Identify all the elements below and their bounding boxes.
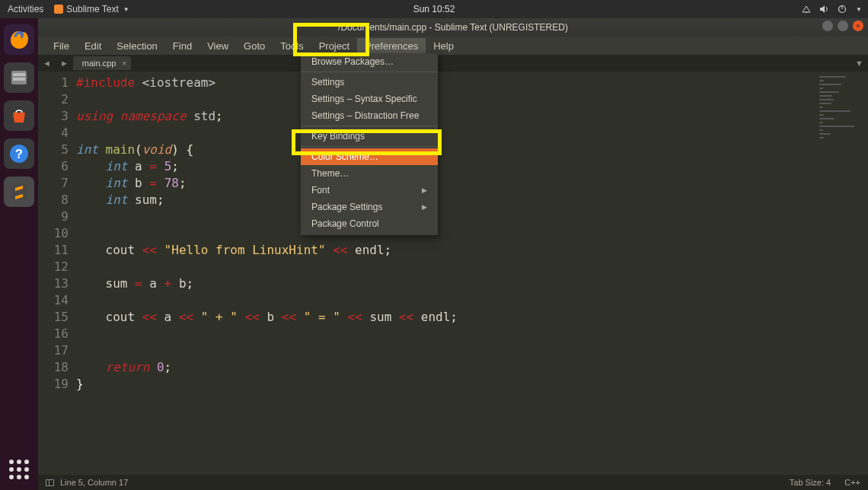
preferences-menu: Browse Packages…SettingsSettings – Synta… — [301, 53, 438, 235]
power-icon[interactable] — [838, 5, 847, 14]
network-icon[interactable] — [801, 5, 812, 14]
line-number: 15 — [38, 309, 76, 326]
menu-item-label: Package Control — [311, 218, 379, 229]
activities-button[interactable]: Activities — [8, 4, 43, 14]
menu-separator — [301, 126, 438, 126]
files-launcher[interactable] — [4, 62, 34, 93]
menu-tools[interactable]: Tools — [273, 38, 311, 54]
menu-item-settings-syntax-specific[interactable]: Settings – Syntax Specific — [301, 91, 438, 107]
tab-main-cpp[interactable]: main.cpp × — [73, 56, 132, 70]
svg-text:?: ? — [15, 148, 23, 161]
app-menu[interactable]: Sublime Text ▼ — [54, 4, 129, 14]
menu-find[interactable]: Find — [165, 38, 199, 54]
menu-help[interactable]: Help — [426, 38, 461, 54]
line-number: 2 — [38, 91, 76, 108]
code-line — [76, 342, 458, 359]
menu-item-font[interactable]: Font▶ — [301, 182, 438, 199]
line-number: 10 — [38, 225, 76, 242]
panel-switch-icon[interactable] — [46, 479, 54, 486]
menu-file[interactable]: File — [46, 38, 77, 54]
tab-dropdown-button[interactable]: ▼ — [855, 59, 863, 68]
maximize-button[interactable] — [838, 21, 848, 31]
line-number: 1 — [38, 75, 76, 91]
line-number: 6 — [38, 158, 76, 175]
launcher-dock: ? — [0, 18, 38, 490]
sound-icon[interactable] — [819, 5, 830, 14]
statusbar: Line 5, Column 17 Tab Size: 4 C++ — [38, 475, 868, 490]
line-number: 4 — [38, 125, 76, 142]
code-line: cout << "Hello from LinuxHint" << endl; — [76, 242, 458, 259]
svg-point-0 — [806, 11, 807, 13]
software-launcher[interactable] — [4, 100, 34, 131]
line-number: 5 — [38, 142, 76, 158]
line-number: 12 — [38, 259, 76, 275]
line-number: 18 — [38, 359, 76, 376]
code-line: return 0; — [76, 359, 458, 376]
syntax-button[interactable]: C++ — [844, 478, 860, 487]
firefox-launcher[interactable] — [4, 24, 34, 55]
line-number: 17 — [38, 342, 76, 359]
menu-item-label: Color Scheme… — [311, 151, 378, 162]
line-number: 8 — [38, 192, 76, 208]
close-icon[interactable]: × — [122, 59, 126, 68]
tab-back-button[interactable]: ◄ — [38, 59, 56, 68]
svg-rect-5 — [13, 73, 25, 76]
tabbar: ◄ ► main.cpp × ▼ — [38, 55, 868, 72]
svg-rect-6 — [13, 78, 25, 81]
gnome-panel: Activities Sublime Text ▼ Sun 10:52 ▼ — [0, 0, 868, 18]
menu-selection[interactable]: Selection — [109, 38, 164, 54]
menu-item-package-settings[interactable]: Package Settings▶ — [301, 199, 438, 215]
menu-item-label: Settings – Syntax Specific — [311, 94, 417, 104]
submenu-arrow-icon: ▶ — [422, 186, 427, 194]
show-apps-button[interactable] — [9, 460, 29, 479]
code-line — [76, 292, 458, 309]
menu-item-settings-distraction-free[interactable]: Settings – Distraction Free — [301, 107, 438, 124]
menu-item-browse-packages[interactable]: Browse Packages… — [301, 53, 438, 70]
menu-item-color-scheme[interactable]: Color Scheme… — [301, 148, 438, 165]
menu-item-key-bindings[interactable]: Key Bindings — [301, 128, 438, 145]
menu-goto[interactable]: Goto — [236, 38, 273, 54]
tab-label: main.cpp — [82, 59, 116, 68]
menu-edit[interactable]: Edit — [77, 38, 109, 54]
line-number: 14 — [38, 292, 76, 309]
sublime-window: /Documents/main.cpp - Sublime Text (UNRE… — [38, 18, 868, 490]
menu-view[interactable]: View — [199, 38, 236, 54]
titlebar[interactable]: /Documents/main.cpp - Sublime Text (UNRE… — [38, 18, 868, 37]
menu-item-theme[interactable]: Theme… — [301, 165, 438, 182]
tab-size-button[interactable]: Tab Size: 4 — [790, 478, 831, 487]
sublime-icon — [54, 5, 63, 14]
line-number: 9 — [38, 208, 76, 225]
tab-forward-button[interactable]: ► — [56, 59, 73, 68]
line-number: 16 — [38, 326, 76, 342]
minimize-button[interactable] — [822, 21, 833, 31]
cursor-position: Line 5, Column 17 — [60, 478, 128, 487]
menu-item-label: Package Settings — [311, 202, 382, 212]
code-line: cout << a << " + " << b << " = " << sum … — [76, 309, 458, 326]
menu-item-label: Theme… — [311, 168, 349, 179]
sublime-launcher[interactable] — [4, 177, 34, 207]
line-number: 7 — [38, 175, 76, 192]
menu-item-label: Browse Packages… — [311, 56, 394, 67]
menu-project[interactable]: Project — [311, 38, 357, 54]
code-line — [76, 326, 458, 342]
app-menu-label: Sublime Text — [66, 4, 118, 14]
submenu-arrow-icon: ▶ — [422, 203, 427, 211]
menu-item-settings[interactable]: Settings — [301, 74, 438, 91]
menu-preferences[interactable]: Preferences — [357, 38, 426, 54]
line-number: 11 — [38, 242, 76, 259]
panel-clock[interactable]: Sun 10:52 — [413, 4, 455, 14]
close-button[interactable]: × — [853, 21, 863, 31]
code-line — [76, 259, 458, 275]
menu-separator — [301, 72, 438, 72]
editor-area[interactable]: 12345678910111213141516171819 #include <… — [38, 72, 868, 475]
chevron-down-icon: ▼ — [123, 6, 129, 13]
line-number: 3 — [38, 108, 76, 125]
line-number: 13 — [38, 275, 76, 292]
menu-item-label: Settings — [311, 77, 344, 88]
minimap[interactable] — [815, 72, 868, 178]
menu-item-package-control[interactable]: Package Control — [301, 215, 438, 232]
help-launcher[interactable]: ? — [4, 138, 34, 169]
window-title: /Documents/main.cpp - Sublime Text (UNRE… — [338, 22, 568, 33]
menubar: FileEditSelectionFindViewGotoToolsProjec… — [38, 37, 868, 55]
code-line: sum = a + b; — [76, 275, 458, 292]
